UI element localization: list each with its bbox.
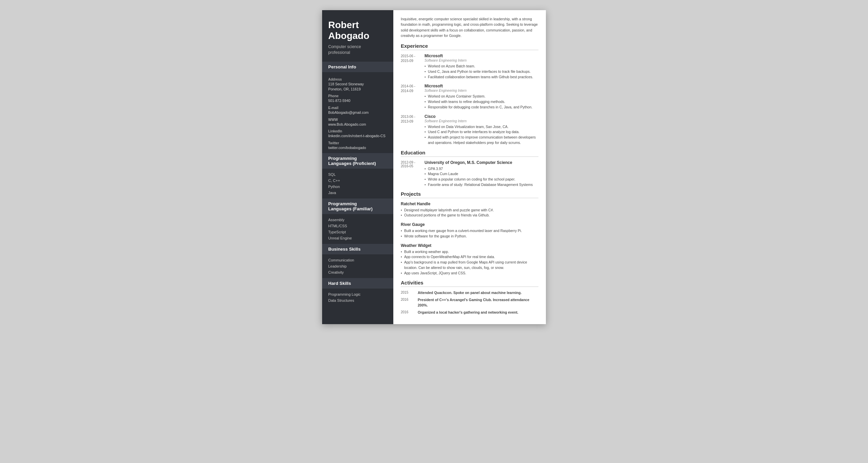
edu-dates: 2012-09 -2016-05 <box>401 160 425 188</box>
exp-role: Software Engineering Intern <box>425 89 538 92</box>
exp-dates: 2014-06 -2014-09 <box>401 84 425 110</box>
exp-bullets: Worked on Azure Batch team. Used C, Java… <box>425 64 538 80</box>
list-item: Python <box>328 184 387 190</box>
address-label: Address <box>328 78 387 81</box>
hard-skills-section-title: Hard Skills <box>322 278 393 289</box>
list-item: Java <box>328 190 387 196</box>
activity-text: President of C++'s Arcangel's Gaming Clu… <box>418 297 538 308</box>
list-item: Creativity <box>328 269 387 275</box>
list-item: Designed multiplayer labyrinth and puzzl… <box>401 208 538 213</box>
list-item: Unreal Engine <box>328 235 387 241</box>
phone-value: 501-872-5940 <box>328 98 387 103</box>
sidebar-header: Robert Abogado Computer scienceprofessio… <box>322 10 393 61</box>
www-value: www.Bob.Abogado.com <box>328 122 387 127</box>
list-item: Data Structures <box>328 297 387 303</box>
project-bullets: Designed multiplayer labyrinth and puzzl… <box>401 208 538 218</box>
list-item: Worked on Data Virtualization team, San … <box>425 124 538 130</box>
prog-proficient-content: SQL C, C++ Python Java <box>322 169 393 198</box>
personal-info-content: Address 118 Second StonewayPoneton, OR, … <box>322 72 393 152</box>
www-label: WWW <box>328 118 387 122</box>
linkedin-value: linkedin.com/in/robert-t-abogado-CS <box>328 133 387 139</box>
twitter-label: Twitter <box>328 141 387 145</box>
list-item: Assembly <box>328 217 387 223</box>
activity-year: 2015 <box>401 290 418 296</box>
candidate-name: Robert Abogado <box>328 20 387 41</box>
project-bullets: Built a working river gauge from a culve… <box>401 228 538 239</box>
main-content: Inquisitive, energetic computer science … <box>393 10 546 324</box>
education-item: 2012-09 -2016-05 University of Oregon, M… <box>401 160 538 188</box>
exp-body: Cisco Software Engineering Intern Worked… <box>425 114 538 146</box>
activity-year: 2016 <box>401 297 418 308</box>
exp-company: Microsoft <box>425 84 538 88</box>
project-name: River Gauge <box>401 222 538 227</box>
list-item: Worked on Azure Container System. <box>425 94 538 99</box>
prog-proficient-section-title: ProgrammingLanguages (Proficient) <box>322 153 393 169</box>
activity-item: 2016 President of C++'s Arcangel's Gamin… <box>401 297 538 308</box>
list-item: Wrote a popular column on coding for the… <box>425 177 538 182</box>
linkedin-label: LinkedIn <box>328 129 387 133</box>
project-bullets: Built a working weather app. App connect… <box>401 249 538 276</box>
hard-skills-content: Programming Logic Data Structures <box>322 289 393 306</box>
exp-role: Software Engineering Intern <box>425 59 538 62</box>
list-item: Favorite area of study: Relational Datab… <box>425 182 538 188</box>
exp-dates: 2013-06 -2013-09 <box>401 114 425 146</box>
resume-container: Robert Abogado Computer scienceprofessio… <box>322 10 546 324</box>
list-item: Outsourced portions of the game to frien… <box>401 213 538 218</box>
list-item: Built a working weather app. <box>401 249 538 255</box>
project-item: Weather Widget Built a working weather a… <box>401 243 538 276</box>
exp-company: Cisco <box>425 114 538 119</box>
list-item: SQL <box>328 171 387 177</box>
list-item: App uses JavaScript, JQuery and CSS. <box>401 271 538 276</box>
exp-bullets: Worked on Data Virtualization team, San … <box>425 124 538 146</box>
project-name: Weather Widget <box>401 243 538 248</box>
project-item: River Gauge Built a working river gauge … <box>401 222 538 239</box>
summary-text: Inquisitive, energetic computer science … <box>401 16 538 38</box>
list-item: Used C, Java and Python to write interfa… <box>425 69 538 75</box>
list-item: Built a working river gauge from a culve… <box>401 228 538 234</box>
edu-institution: University of Oregon, M.S. Computer Scie… <box>425 160 538 165</box>
activity-text: Organized a local hacker's gathering and… <box>418 310 538 315</box>
list-item: Used C and Python to write interfaces to… <box>425 129 538 135</box>
list-item: C, C++ <box>328 177 387 184</box>
edu-body: University of Oregon, M.S. Computer Scie… <box>425 160 538 188</box>
exp-dates: 2015-06 -2015-09 <box>401 54 425 80</box>
list-item: GPA 3.97 <box>425 166 538 172</box>
exp-company: Microsoft <box>425 54 538 58</box>
list-item: TypeScript <box>328 229 387 235</box>
list-item: Communication <box>328 257 387 263</box>
list-item: Worked with teams to refine debugging me… <box>425 99 538 105</box>
candidate-title: Computer scienceprofessional <box>328 44 387 56</box>
list-item: Facilitated collaboration between teams … <box>425 75 538 80</box>
list-item: App's background is a map pulled from Go… <box>401 260 538 271</box>
experience-item: 2013-06 -2013-09 Cisco Software Engineer… <box>401 114 538 146</box>
list-item: Worked on Azure Batch team. <box>425 64 538 69</box>
address-value: 118 Second StonewayPoneton, OR, 11619 <box>328 82 387 91</box>
sidebar: Robert Abogado Computer scienceprofessio… <box>322 10 393 324</box>
activity-item: 2016 Organized a local hacker's gatherin… <box>401 310 538 315</box>
list-item: App connects to OpenWeatherMap API for r… <box>401 254 538 260</box>
activities-section-title: Activities <box>401 280 538 287</box>
list-item: Magna Cum Laude <box>425 171 538 177</box>
exp-body: Microsoft Software Engineering Intern Wo… <box>425 84 538 110</box>
email-label: E-mail <box>328 106 387 110</box>
activity-year: 2016 <box>401 310 418 315</box>
personal-info-section-title: Personal Info <box>322 62 393 72</box>
list-item: HTML/CSS <box>328 223 387 229</box>
email-value: BobAbogado@gmail.com <box>328 110 387 115</box>
activity-item: 2015 Attended Quackcon. Spoke on panel a… <box>401 290 538 296</box>
prog-familiar-content: Assembly HTML/CSS TypeScript Unreal Engi… <box>322 214 393 243</box>
list-item: Responsible for debugging code branches … <box>425 105 538 110</box>
exp-body: Microsoft Software Engineering Intern Wo… <box>425 54 538 80</box>
project-item: Ratchet Handle Designed multiplayer laby… <box>401 202 538 218</box>
list-item: Programming Logic <box>328 291 387 297</box>
twitter-value: twitter.com/bobabogado <box>328 145 387 150</box>
prog-familiar-section-title: ProgrammingLanguages (Familiar) <box>322 198 393 214</box>
phone-label: Phone <box>328 94 387 98</box>
list-item: Assisted with project to improve communi… <box>425 135 538 146</box>
experience-item: 2015-06 -2015-09 Microsoft Software Engi… <box>401 54 538 80</box>
experience-section-title: Experience <box>401 43 538 50</box>
education-section-title: Education <box>401 150 538 157</box>
list-item: Wrote software for the gauge in Python. <box>401 234 538 239</box>
edu-bullets: GPA 3.97 Magna Cum Laude Wrote a popular… <box>425 166 538 188</box>
experience-item: 2014-06 -2014-09 Microsoft Software Engi… <box>401 84 538 110</box>
